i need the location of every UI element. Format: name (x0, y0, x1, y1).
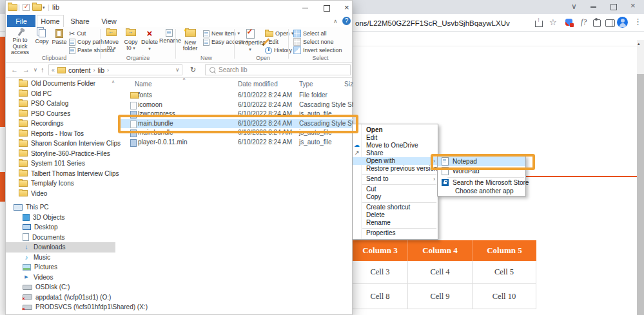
collapsed-crumbs-icon[interactable]: « (52, 67, 55, 73)
browser-minimize-button[interactable] (590, 6, 596, 8)
menu-item-move-to-onedrive[interactable]: Move to OneDrive (353, 142, 438, 149)
sidebar-item[interactable]: OSDisk (C:) (6, 282, 115, 292)
browser-close-button[interactable]: × (630, 1, 636, 10)
menu-item-cut[interactable]: Cut (353, 186, 438, 193)
sidebar-item[interactable]: PSO Courses (6, 109, 115, 119)
address-dropdown-caret-icon[interactable]: ∨ (175, 67, 179, 73)
tree-scroll-up-icon[interactable]: ∧ (112, 79, 115, 84)
properties-button[interactable]: Properties ▾ (239, 29, 261, 52)
menu-item-create-shortcut[interactable]: Create shortcut (353, 204, 438, 211)
submenu-item-choose-another-app[interactable]: Choose another app (438, 187, 525, 195)
bookmark-star-icon[interactable]: ☆ (549, 17, 557, 27)
sidebar-item[interactable]: Old Documents Folder (6, 79, 115, 89)
up-icon[interactable]: ↑ (41, 66, 44, 73)
tab-home[interactable]: Home (37, 15, 64, 27)
browser-chevron-down-icon[interactable]: ∨ (571, 2, 577, 11)
sidebar-item[interactable]: ×PRODSVCS (\\cfs01hfdp1\Shared) (X:) (6, 302, 115, 312)
sidebar-item[interactable]: PSO Catalog (6, 99, 115, 109)
tab-share[interactable]: Share (65, 15, 95, 27)
new-folder-button[interactable]: ★ New folder (180, 29, 200, 52)
recent-locations-caret-icon[interactable]: ∨ (34, 67, 37, 73)
file-row[interactable]: player-0.0.11.min6/10/2022 8:24 AMjs_aut… (121, 138, 353, 148)
breadcrumb-segment[interactable]: content (68, 66, 90, 74)
open-button[interactable]: Open ▾ (265, 30, 294, 37)
sidebar-item[interactable]: Documents (6, 233, 115, 243)
ribbon-collapse-icon[interactable]: ∧ (333, 18, 338, 24)
back-icon[interactable]: ← (11, 66, 18, 73)
copy-button[interactable]: Copy (34, 29, 50, 45)
3d-objects-icon (23, 214, 30, 221)
sidebar-item[interactable]: Sharon Scanlon Interview Clips (6, 138, 115, 149)
profile-avatar[interactable] (617, 17, 628, 28)
sidebar-item[interactable]: Recordings (6, 119, 115, 129)
menu-item-open[interactable]: Open (353, 126, 438, 134)
breadcrumb[interactable]: « content › lib › ∨ (48, 64, 182, 75)
menu-item-share[interactable]: Share (353, 149, 438, 157)
refresh-icon[interactable]: ↻ (190, 66, 196, 74)
copy-to-icon: → (126, 29, 136, 36)
menu-item-open-with[interactable]: Open with› (353, 157, 438, 165)
submenu-item-search-microsoft-store[interactable]: Search the Microsoft Store (438, 178, 525, 187)
sidebar-item[interactable]: Storyline-360-Practice-Files (6, 149, 115, 159)
cut-button[interactable]: ✂ Cut (69, 30, 86, 37)
move-to-button[interactable]: ← Move to ▾ (102, 29, 121, 52)
column-header-type[interactable]: Type (299, 81, 313, 88)
sidebar-item[interactable]: ▶Videos (6, 272, 115, 283)
explorer-close-button[interactable]: × (344, 3, 349, 12)
column-header-date-modified[interactable]: Date modified (238, 81, 278, 88)
select-all-button[interactable]: Select all (293, 30, 327, 37)
forward-icon[interactable]: → (23, 66, 30, 73)
f-question-extension-icon[interactable]: f? (581, 17, 587, 27)
help-icon[interactable]: ? (342, 17, 351, 25)
quick-access-properties-icon[interactable] (23, 4, 30, 11)
sidebar-item[interactable]: Desktop (6, 222, 115, 233)
browser-maximize-button[interactable] (610, 4, 617, 10)
pin-to-quick-access-button[interactable]: Pin to Quick access (7, 29, 33, 56)
breadcrumb-segment[interactable]: lib (97, 66, 104, 74)
side-panel-icon[interactable] (605, 19, 615, 27)
copy-to-button[interactable]: → Copy to ▾ (122, 29, 140, 52)
menu-item-send-to[interactable]: Send to› (353, 175, 438, 183)
page-scrollbar[interactable]: ▴ (637, 40, 644, 315)
menu-item-restore-previous-versions[interactable]: Restore previous versions (353, 165, 438, 173)
tab-view[interactable]: View (96, 15, 122, 27)
quick-access-caret-icon[interactable]: ▾ (43, 5, 45, 10)
sidebar-item[interactable]: Templafy Icons (6, 178, 115, 189)
sidebar-item[interactable]: Pictures (6, 262, 115, 272)
menu-item-copy[interactable]: Copy (353, 193, 438, 201)
tab-file[interactable]: File (7, 15, 35, 27)
column-header-size[interactable]: Size (344, 81, 353, 88)
sidebar-item[interactable]: Video (6, 189, 115, 199)
sidebar-item[interactable]: 3D Objects (6, 213, 115, 223)
column-header-name[interactable]: Name (135, 81, 152, 88)
address-bar-url[interactable]: ons/L22M50GZ2FF1ScR_UsvbSjhBqaywLXUv (355, 19, 510, 27)
menu-item-delete[interactable]: Delete (353, 211, 438, 219)
menu-item-rename[interactable]: Rename (353, 219, 438, 227)
sidebar-item-downloads[interactable]: ↓Downloads (6, 242, 115, 253)
invert-selection-button[interactable]: Invert selection (293, 46, 342, 54)
edit-button[interactable]: Edit (265, 38, 278, 46)
explorer-minimize-button[interactable] (302, 8, 308, 8)
sidebar-item[interactable]: Old PC (6, 89, 115, 99)
sidebar-item-this-pc[interactable]: This PC (6, 202, 115, 213)
sidebar-item[interactable]: Reports - How Tos (6, 129, 115, 139)
menu-item-edit[interactable]: Edit (353, 134, 438, 142)
select-none-button[interactable]: Select none (293, 38, 334, 46)
page-scrollbar-thumb[interactable] (637, 74, 644, 315)
copy-path-button[interactable]: Copy path (69, 38, 104, 46)
scrollbar-up-arrow-icon[interactable]: ▴ (638, 41, 640, 46)
extensions-puzzle-icon[interactable] (593, 19, 601, 27)
sidebar-item[interactable]: ♪Music (6, 253, 115, 263)
sidebar-item[interactable]: ×appdata1 (\\cfp01sd1) (O:) (6, 292, 115, 303)
sidebar-item[interactable]: Talbert Thomas Interview Clips (6, 169, 115, 179)
quick-access-folder-icon[interactable] (32, 4, 42, 11)
browser-menu-kebab-icon[interactable]: ⋮ (634, 17, 642, 26)
menu-item-properties[interactable]: Properties (353, 229, 438, 237)
search-input[interactable]: Search lib (205, 64, 351, 75)
explorer-maximize-button[interactable] (324, 5, 330, 12)
delete-button[interactable]: × Delete ▾ (141, 29, 158, 52)
file-row[interactable]: fonts6/10/2022 8:24 AMFile folder (121, 91, 353, 100)
sidebar-item[interactable]: System 101 Series (6, 158, 115, 169)
paste-button[interactable]: Paste (51, 29, 68, 46)
file-row[interactable]: icomoon6/10/2022 8:24 AMCascading Style … (121, 100, 353, 110)
